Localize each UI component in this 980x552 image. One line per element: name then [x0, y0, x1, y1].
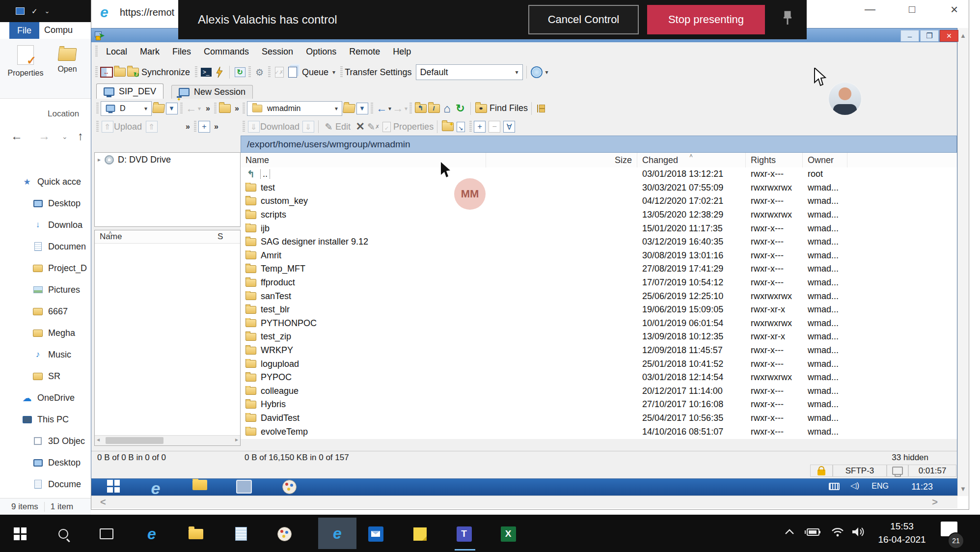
scroll-up-icon[interactable]: ▲ — [958, 29, 968, 42]
download-background-icon[interactable]: ⇓ — [301, 120, 315, 134]
local-open-dir-icon[interactable] — [152, 102, 165, 115]
transfer-settings-dropdown[interactable]: Default ▾ — [416, 64, 523, 80]
table-row[interactable]: colleague 20/12/2017 11:14:00 rwxr-x--- … — [241, 385, 957, 398]
taskbar-excel-icon[interactable]: X — [500, 525, 517, 542]
overflow-icon[interactable]: » — [214, 122, 218, 131]
menu-item[interactable]: Local — [100, 47, 134, 57]
table-row[interactable]: ffproduct 17/07/2019 10:54:12 rwxr-x--- … — [241, 276, 957, 290]
nav-forward-icon[interactable]: → — [38, 129, 50, 143]
local-tree-root-label[interactable]: D: DVD Drive — [118, 155, 171, 165]
browser-minimize-button[interactable]: — — [865, 3, 875, 16]
scroll-down-icon[interactable]: ▼ — [958, 482, 968, 495]
home-directory-icon[interactable]: ⌂ — [440, 102, 454, 115]
taskbar-explorer-icon[interactable] — [188, 525, 204, 542]
taskbar-notes-icon[interactable] — [233, 525, 249, 542]
quick-access-toolbar-icon[interactable]: ✓ — [31, 7, 38, 16]
table-row[interactable]: evolveTemp 14/10/2016 08:51:07 rwxr-x---… — [241, 425, 957, 439]
local-column-name[interactable]: Name — [95, 232, 218, 242]
directory-tree-icon[interactable] — [535, 102, 548, 115]
menu-item[interactable]: Files — [166, 47, 197, 57]
remote-back-icon[interactable]: ← — [375, 102, 388, 115]
browser-horizontal-scrollbar[interactable]: < > — [91, 496, 957, 508]
table-row[interactable]: sanTest 25/06/2019 12:25:10 rwxrwxrwx wm… — [241, 289, 957, 303]
remote-speaker-icon[interactable]: ◁) — [850, 481, 859, 490]
column-owner[interactable]: Owner — [803, 153, 847, 167]
queue-icon[interactable] — [286, 66, 299, 79]
battery-icon[interactable] — [804, 527, 821, 537]
pin-icon[interactable] — [781, 11, 794, 26]
task-view-icon[interactable] — [98, 525, 115, 542]
table-row[interactable]: logupload 25/01/2018 10:41:52 rwxr-x--- … — [241, 357, 957, 371]
sidebar-item[interactable]: Music — [0, 344, 91, 365]
synchronize-label[interactable]: Synchronize — [141, 67, 190, 78]
queue-show-icon[interactable]: ✓✗ — [272, 66, 286, 79]
remote-dir-dropdown[interactable]: wmadmin ▾ — [247, 101, 342, 116]
table-row[interactable]: WRKPY 12/09/2018 11:45:57 rwxr-x--- wmad… — [241, 344, 957, 358]
open-button[interactable]: Open — [51, 48, 83, 74]
nav-up-icon[interactable]: ↑ — [78, 129, 83, 143]
nav-back-icon[interactable]: ← — [11, 129, 23, 143]
browser-url[interactable]: https://remot — [120, 7, 174, 18]
edit-pencil-icon[interactable]: ✎ — [322, 120, 335, 134]
tab-new-session[interactable]: New Session — [171, 85, 253, 99]
select-files-icon[interactable]: + — [474, 121, 486, 133]
select-add-icon[interactable]: + — [198, 121, 210, 133]
taskbar-clock[interactable]: 15:53 16-04-2021 — [875, 520, 929, 546]
scrollbar-thumb[interactable] — [106, 437, 163, 444]
protocol-cell[interactable]: SFTP-3 — [833, 465, 887, 477]
remote-lock-window-icon[interactable] — [235, 480, 253, 501]
chevron-down-icon[interactable]: ▾ — [545, 69, 548, 76]
find-files-icon[interactable]: ⚭ — [474, 102, 488, 115]
explorer-ribbon-tab[interactable]: Compu — [44, 25, 73, 35]
sidebar-item[interactable]: Quick acce — [0, 171, 91, 193]
sidebar-item[interactable]: This PC — [0, 409, 91, 430]
sidebar-item[interactable]: Downloa — [0, 214, 91, 236]
forward-history-icon[interactable]: ▾ — [405, 105, 408, 112]
sidebar-item[interactable]: Desktop — [0, 193, 91, 214]
winscp-restore-button[interactable]: ❐ — [920, 30, 939, 42]
menu-item[interactable]: Session — [255, 47, 299, 57]
properties-label[interactable]: Properties — [393, 122, 434, 132]
queue-dropdown-icon[interactable]: ▾ — [332, 69, 335, 76]
remote-explorer-icon[interactable] — [191, 480, 209, 501]
remote-filter-icon[interactable]: ▼ — [355, 102, 369, 115]
sidebar-item[interactable]: Documen — [0, 236, 91, 257]
tray-expand-icon[interactable] — [785, 528, 794, 535]
chevron-down-icon[interactable]: ⌄ — [45, 7, 50, 15]
queue-label[interactable]: Queue — [302, 67, 328, 78]
local-filter-icon[interactable]: ▼ — [165, 102, 178, 115]
scroll-right-icon[interactable]: > — [932, 497, 938, 508]
sidebar-item[interactable]: Desktop — [0, 452, 91, 473]
local-drive-dropdown[interactable]: D ▾ — [101, 101, 152, 116]
stop-presenting-button[interactable]: Stop presenting — [647, 5, 765, 34]
local-folder-icon[interactable] — [218, 102, 232, 115]
table-row[interactable]: test 30/03/2021 07:55:09 rwxrwxrwx wmad.… — [241, 181, 957, 195]
commands-icon[interactable] — [213, 66, 226, 79]
table-row[interactable]: Hybris 27/10/2017 10:16:08 rwxr-x--- wma… — [241, 398, 957, 412]
new-file-icon[interactable]: ↘ — [454, 120, 467, 134]
refresh-remote-icon[interactable]: ↻ — [233, 66, 246, 79]
table-row[interactable]: PYTHONPOC 10/01/2019 06:01:54 rwxrwxrwx … — [241, 317, 957, 331]
explore-remote-icon[interactable] — [530, 66, 544, 79]
sidebar-item[interactable]: 3D Objec — [0, 430, 91, 452]
unselect-files-icon[interactable]: − — [489, 121, 500, 133]
table-row[interactable]: test_blr 19/06/2019 15:09:05 rwxr-xr-x w… — [241, 303, 957, 317]
local-column-size[interactable]: S — [218, 232, 240, 242]
remote-path-bar[interactable]: /export/home/users/wmgroup/wmadmin — [241, 136, 957, 153]
cancel-control-button[interactable]: Cancel Control — [528, 5, 639, 34]
sidebar-item[interactable]: 6667 — [0, 301, 91, 322]
sync-browsing-icon[interactable] — [113, 66, 126, 79]
table-row[interactable]: DavidTest 25/04/2017 10:56:35 rwxr-x--- … — [241, 412, 957, 425]
remote-paint-icon[interactable] — [280, 480, 299, 501]
local-overflow-icon[interactable]: » — [235, 104, 239, 113]
rename-icon[interactable]: ✎✗ — [367, 120, 380, 134]
sidebar-item[interactable]: Docume — [0, 473, 91, 495]
download-icon[interactable]: ⇓ — [247, 120, 260, 134]
nav-history-chevron-icon[interactable]: ⌄ — [62, 133, 68, 140]
sidebar-item[interactable]: Megha — [0, 322, 91, 344]
table-row[interactable]: SAG designer installer 9.12 03/12/2019 1… — [241, 235, 957, 249]
speaker-icon[interactable] — [851, 526, 866, 537]
start-button[interactable] — [12, 525, 28, 542]
tab-session-sipdev[interactable]: SIP_DEV — [96, 83, 163, 99]
remote-language-indicator[interactable]: ENG — [871, 482, 889, 491]
